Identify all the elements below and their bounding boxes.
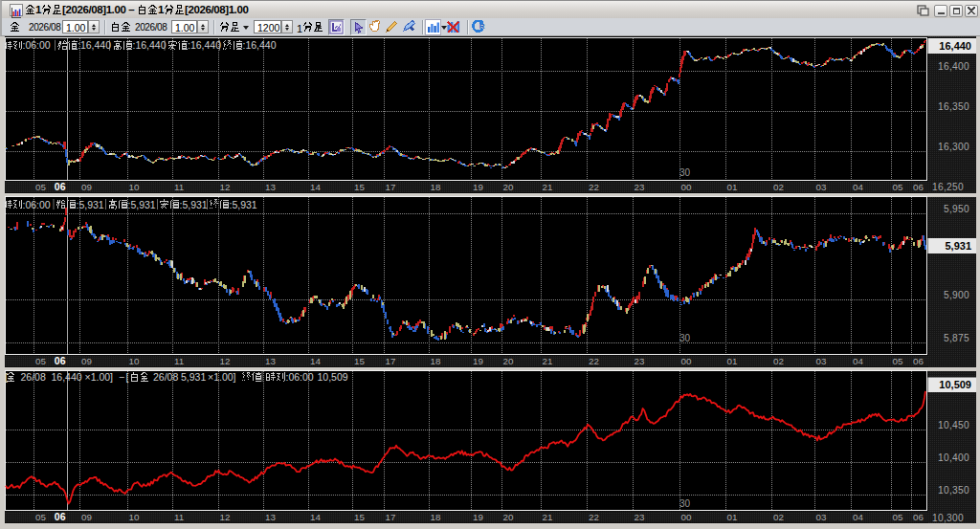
svg-text:04: 04 (853, 182, 863, 192)
svg-text::5,931: :5,931 (128, 199, 156, 210)
svg-text:00: 00 (681, 512, 692, 522)
svg-text:14: 14 (310, 512, 321, 522)
svg-text:16,350: 16,350 (938, 101, 969, 112)
svg-text:04: 04 (853, 512, 863, 522)
svg-text:22: 22 (589, 182, 599, 192)
svg-text:11: 11 (174, 356, 184, 366)
svg-text:01: 01 (727, 182, 738, 192)
svg-text:19: 19 (473, 182, 483, 192)
svg-text:03: 03 (816, 356, 827, 366)
svg-text::5,931: :5,931 (230, 199, 257, 210)
svg-text:13: 13 (265, 182, 276, 192)
svg-text:12: 12 (220, 182, 231, 192)
svg-text:06: 06 (913, 356, 924, 366)
svg-text:02: 02 (773, 512, 784, 522)
svg-text:30: 30 (679, 498, 691, 509)
svg-text:10,509: 10,509 (939, 379, 971, 390)
svg-text::06:00: :06:00 (23, 199, 51, 210)
svg-text:22: 22 (589, 512, 599, 522)
svg-text:20: 20 (503, 182, 514, 192)
svg-text:R: R (479, 22, 485, 31)
svg-text:06: 06 (55, 355, 66, 366)
svg-text:13: 13 (265, 356, 276, 366)
svg-text:30: 30 (679, 167, 691, 178)
svg-text:05: 05 (893, 356, 903, 366)
svg-text:20: 20 (503, 356, 514, 366)
svg-text:22: 22 (589, 356, 599, 366)
svg-text:11: 11 (174, 512, 184, 522)
svg-text:10,450: 10,450 (938, 420, 969, 430)
svg-text:18: 18 (431, 182, 441, 192)
svg-text::06:00: :06:00 (23, 39, 51, 51)
svg-text:14: 14 (310, 182, 321, 192)
svg-text:21: 21 (543, 512, 553, 522)
svg-text:03: 03 (816, 512, 827, 522)
svg-text:16,250: 16,250 (932, 182, 964, 192)
svg-text:[: [ (126, 371, 129, 383)
svg-text::16,440: :16,440 (78, 39, 111, 51)
svg-text:09: 09 (81, 512, 92, 522)
svg-text:12: 12 (220, 356, 231, 366)
svg-text:14: 14 (310, 356, 321, 366)
svg-text:03: 03 (816, 182, 827, 192)
svg-text:15: 15 (354, 182, 365, 192)
svg-text:01: 01 (727, 512, 738, 522)
svg-text:5,900: 5,900 (944, 290, 969, 300)
svg-text:06: 06 (913, 182, 924, 192)
svg-text::5,931: :5,931 (77, 199, 104, 210)
svg-text:5,931: 5,931 (181, 371, 206, 383)
svg-text:×1.00]: ×1.00] (208, 371, 236, 383)
svg-text:16,440: 16,440 (939, 40, 971, 52)
svg-text:10,509: 10,509 (318, 371, 348, 383)
svg-text:00: 00 (681, 356, 692, 366)
svg-text:16,400: 16,400 (938, 61, 969, 72)
svg-text:02: 02 (773, 356, 784, 366)
svg-text:10,400: 10,400 (938, 452, 969, 463)
svg-text::06:00: :06:00 (286, 371, 314, 383)
svg-text:17: 17 (386, 356, 396, 366)
svg-text:23: 23 (635, 512, 645, 522)
svg-text::16,440: :16,440 (243, 39, 277, 51)
svg-text:23: 23 (635, 356, 645, 366)
svg-text::16,440: :16,440 (133, 39, 167, 51)
svg-text:15: 15 (354, 356, 365, 366)
svg-text:10: 10 (129, 182, 140, 192)
svg-text:00: 00 (681, 182, 692, 192)
svg-text:04: 04 (853, 356, 863, 366)
svg-text:05: 05 (35, 182, 46, 192)
svg-text:19: 19 (473, 512, 483, 522)
svg-text:05: 05 (35, 356, 46, 366)
svg-text:21: 21 (543, 356, 553, 366)
svg-text:10,350: 10,350 (938, 485, 969, 496)
svg-text:−: − (119, 371, 124, 383)
svg-text:17: 17 (386, 512, 396, 522)
svg-text:12: 12 (220, 512, 231, 522)
svg-text:05: 05 (35, 512, 46, 522)
svg-text:11: 11 (174, 182, 184, 192)
svg-text:16,440: 16,440 (52, 371, 82, 383)
svg-text:15: 15 (354, 512, 365, 522)
svg-text:5,931: 5,931 (945, 240, 971, 252)
svg-text:10,300: 10,300 (932, 513, 964, 523)
svg-text::5,931: :5,931 (180, 199, 208, 210)
svg-text:5,950: 5,950 (944, 204, 969, 214)
svg-text:21: 21 (543, 182, 553, 192)
svg-text:19: 19 (473, 356, 483, 366)
svg-text:05: 05 (893, 182, 903, 192)
svg-text:10: 10 (129, 356, 140, 366)
svg-text:26/08: 26/08 (153, 371, 178, 383)
svg-text:06: 06 (55, 511, 66, 522)
svg-text:17: 17 (386, 182, 396, 192)
svg-text:09: 09 (81, 182, 92, 192)
svg-text:06: 06 (913, 512, 924, 522)
svg-text:06: 06 (55, 181, 66, 192)
svg-text:30: 30 (679, 333, 691, 343)
svg-text:16,300: 16,300 (938, 142, 969, 152)
svg-text:13: 13 (265, 512, 276, 522)
svg-text:18: 18 (431, 356, 441, 366)
svg-text:20: 20 (503, 512, 514, 522)
svg-text:09: 09 (81, 356, 92, 366)
svg-text:26/08: 26/08 (21, 371, 46, 383)
svg-text:×1.00]: ×1.00] (85, 371, 114, 383)
svg-text:05: 05 (893, 512, 903, 522)
